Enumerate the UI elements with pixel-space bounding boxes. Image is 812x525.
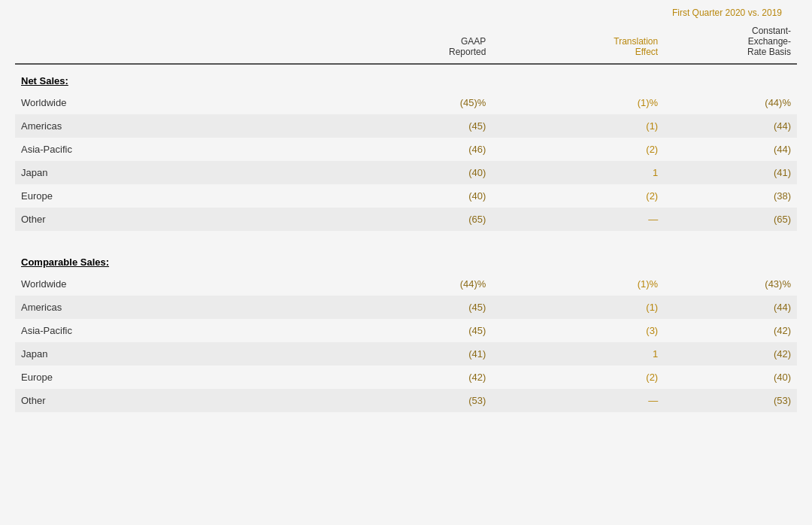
section-header-comparable-sales: Comparable Sales: bbox=[15, 246, 797, 272]
row-label: Japan bbox=[15, 342, 344, 366]
row-label: Worldwide bbox=[15, 272, 344, 296]
table-row: Americas(45)(1)(44) bbox=[15, 296, 797, 319]
row-constant: (53) bbox=[664, 389, 797, 412]
row-translation: — bbox=[492, 389, 664, 412]
row-gaap: (41) bbox=[344, 342, 492, 366]
table-row: Europe(42)(2)(40) bbox=[15, 366, 797, 389]
row-constant: (44) bbox=[664, 138, 797, 161]
table-row: Worldwide(45)%(1)%(44)% bbox=[15, 91, 797, 114]
row-label: Japan bbox=[15, 161, 344, 184]
row-label: Europe bbox=[15, 366, 344, 389]
row-constant: (44) bbox=[664, 296, 797, 319]
row-translation: (1)% bbox=[492, 91, 664, 114]
row-constant: (40) bbox=[664, 366, 797, 389]
row-translation: (2) bbox=[492, 366, 664, 389]
report-title: First Quarter 2020 vs. 2019 bbox=[672, 8, 782, 18]
row-constant: (44)% bbox=[664, 91, 797, 114]
header-constant: Constant- Exchange- Rate Basis bbox=[664, 21, 797, 64]
section-label: Net Sales: bbox=[15, 64, 797, 91]
row-translation: 1 bbox=[492, 161, 664, 184]
row-constant: (44) bbox=[664, 114, 797, 138]
header-gaap: GAAP Reported bbox=[344, 21, 492, 64]
table-row: Asia-Pacific(46)(2)(44) bbox=[15, 138, 797, 161]
main-container: First Quarter 2020 vs. 2019 GAAP Reporte… bbox=[0, 0, 812, 427]
row-label: Americas bbox=[15, 296, 344, 319]
row-gaap: (65) bbox=[344, 208, 492, 231]
data-table: GAAP Reported Translation Effect Constan… bbox=[15, 21, 797, 412]
row-gaap: (46) bbox=[344, 138, 492, 161]
row-translation: (1) bbox=[492, 296, 664, 319]
row-gaap: (40) bbox=[344, 184, 492, 208]
row-constant: (38) bbox=[664, 184, 797, 208]
row-constant: (41) bbox=[664, 161, 797, 184]
section-header-net-sales: Net Sales: bbox=[15, 64, 797, 91]
section-spacer bbox=[15, 231, 797, 246]
table-row: Americas(45)(1)(44) bbox=[15, 114, 797, 138]
section-label: Comparable Sales: bbox=[15, 246, 797, 272]
row-label: Americas bbox=[15, 114, 344, 138]
table-header-row: GAAP Reported Translation Effect Constan… bbox=[15, 21, 797, 64]
row-translation: — bbox=[492, 208, 664, 231]
row-constant: (42) bbox=[664, 319, 797, 342]
header-translation: Translation Effect bbox=[492, 21, 664, 64]
row-gaap: (42) bbox=[344, 366, 492, 389]
table-row: Europe(40)(2)(38) bbox=[15, 184, 797, 208]
table-row: Other(53)—(53) bbox=[15, 389, 797, 412]
table-row: Asia-Pacific(45)(3)(42) bbox=[15, 319, 797, 342]
table-body: Net Sales:Worldwide(45)%(1)%(44)%America… bbox=[15, 64, 797, 412]
table-row: Other(65)—(65) bbox=[15, 208, 797, 231]
page-title: First Quarter 2020 vs. 2019 bbox=[15, 8, 797, 21]
table-row: Japan(41)1(42) bbox=[15, 342, 797, 366]
row-translation: (1) bbox=[492, 114, 664, 138]
row-label: Other bbox=[15, 389, 344, 412]
row-gaap: (45) bbox=[344, 114, 492, 138]
row-gaap: (45) bbox=[344, 296, 492, 319]
row-gaap: (44)% bbox=[344, 272, 492, 296]
row-label: Other bbox=[15, 208, 344, 231]
row-translation: (2) bbox=[492, 184, 664, 208]
row-gaap: (45) bbox=[344, 319, 492, 342]
row-constant: (43)% bbox=[664, 272, 797, 296]
row-label: Asia-Pacific bbox=[15, 138, 344, 161]
row-translation: (2) bbox=[492, 138, 664, 161]
row-gaap: (53) bbox=[344, 389, 492, 412]
row-label: Worldwide bbox=[15, 91, 344, 114]
row-gaap: (40) bbox=[344, 161, 492, 184]
row-translation: (3) bbox=[492, 319, 664, 342]
row-constant: (42) bbox=[664, 342, 797, 366]
row-constant: (65) bbox=[664, 208, 797, 231]
row-translation: (1)% bbox=[492, 272, 664, 296]
row-translation: 1 bbox=[492, 342, 664, 366]
table-row: Worldwide(44)%(1)%(43)% bbox=[15, 272, 797, 296]
row-label: Europe bbox=[15, 184, 344, 208]
row-label: Asia-Pacific bbox=[15, 319, 344, 342]
header-label bbox=[15, 21, 344, 64]
row-gaap: (45)% bbox=[344, 91, 492, 114]
table-row: Japan(40)1(41) bbox=[15, 161, 797, 184]
